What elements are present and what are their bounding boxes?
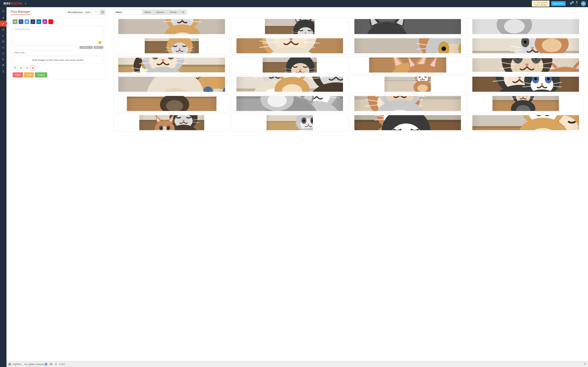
top-bar: MAVSOCIAL Trial period Ends in 14 days S… bbox=[0, 0, 588, 7]
trial-period-box: Trial period Ends in 14 days bbox=[532, 0, 550, 7]
media-thumb[interactable] bbox=[232, 56, 348, 74]
media-thumb[interactable] bbox=[232, 114, 348, 131]
media-thumb[interactable] bbox=[113, 95, 230, 112]
sidebar-tags[interactable] bbox=[0, 62, 7, 68]
library-button[interactable] bbox=[25, 65, 29, 70]
post-textarea[interactable]: Enter your post... 🙂 bbox=[13, 26, 103, 45]
right-column: Media Libraries Format bbox=[113, 10, 584, 131]
search-button[interactable] bbox=[180, 10, 187, 15]
media-thumb[interactable] bbox=[113, 114, 230, 131]
sidebar-listening[interactable] bbox=[0, 44, 7, 50]
trial-subtitle: Ends in 14 days bbox=[534, 4, 548, 6]
sidebar bbox=[0, 7, 7, 142]
network-mavsocial[interactable]: M bbox=[13, 19, 17, 24]
media-thumb[interactable] bbox=[350, 114, 466, 131]
media-thumb[interactable] bbox=[113, 37, 230, 55]
svg-rect-105 bbox=[236, 38, 343, 53]
trial-title: Trial period bbox=[534, 1, 548, 4]
clear-button[interactable]: Clear bbox=[13, 72, 23, 77]
media-thumb[interactable] bbox=[232, 95, 348, 112]
media-thumb[interactable] bbox=[467, 75, 584, 93]
network-linkedin[interactable]: in bbox=[36, 19, 41, 24]
publish-button[interactable]: Publish bbox=[35, 72, 47, 77]
svg-rect-10 bbox=[26, 67, 28, 69]
media-thumb[interactable] bbox=[350, 75, 466, 93]
subscribe-button[interactable]: Subscribe bbox=[551, 1, 566, 6]
media-thumb[interactable] bbox=[350, 37, 466, 55]
svg-point-1 bbox=[2, 29, 4, 30]
svg-point-13 bbox=[182, 11, 184, 13]
media-thumb[interactable] bbox=[350, 18, 466, 35]
sidebar-team[interactable] bbox=[0, 68, 7, 74]
media-thumb[interactable] bbox=[350, 95, 466, 112]
image-dropzone[interactable]: Drop Images & GIFs here from your local … bbox=[13, 57, 103, 64]
svg-rect-153 bbox=[472, 38, 579, 53]
logo-text-mav: MAV bbox=[3, 2, 10, 5]
svg-rect-81 bbox=[145, 38, 199, 53]
svg-point-7 bbox=[44, 21, 45, 22]
media-thumb[interactable] bbox=[113, 75, 230, 93]
media-thumb[interactable] bbox=[467, 95, 584, 112]
network-facebook[interactable]: f bbox=[18, 19, 24, 24]
user-menu[interactable]: ▾ bbox=[575, 1, 578, 6]
svg-rect-485 bbox=[267, 115, 313, 130]
sidebar-compose[interactable] bbox=[0, 21, 7, 26]
sidebar-rss[interactable] bbox=[0, 56, 7, 62]
main-content: Post Manager Miscellaneous - Quic ... M … bbox=[7, 7, 588, 142]
image-button[interactable] bbox=[30, 65, 35, 70]
media-thumb[interactable] bbox=[232, 37, 348, 55]
media-thumb[interactable] bbox=[467, 37, 584, 55]
schedule-button[interactable] bbox=[13, 65, 17, 70]
post-placeholder: Enter your post... bbox=[15, 28, 32, 30]
link-input[interactable] bbox=[13, 50, 103, 55]
network-twitter[interactable] bbox=[25, 19, 29, 24]
dashboard-toggle-button[interactable] bbox=[100, 10, 105, 15]
logo-swirl-icon bbox=[24, 2, 27, 6]
media-thumb[interactable] bbox=[232, 75, 348, 93]
svg-rect-225 bbox=[369, 58, 446, 73]
filter-format[interactable]: Format bbox=[168, 10, 180, 15]
sidebar-briefcase[interactable] bbox=[0, 50, 7, 56]
composer-tool-row bbox=[13, 65, 103, 70]
sidebar-toggle[interactable] bbox=[0, 8, 7, 15]
page-title: Post Manager bbox=[11, 10, 30, 15]
media-grid bbox=[113, 18, 584, 131]
notification-badge: 0 bbox=[572, 1, 574, 3]
svg-rect-405 bbox=[236, 96, 343, 111]
filter-libraries[interactable]: Libraries bbox=[154, 10, 168, 15]
network-tumblr[interactable]: t bbox=[30, 19, 35, 24]
media-thumb[interactable] bbox=[113, 56, 230, 74]
svg-rect-249 bbox=[472, 58, 579, 72]
svg-rect-529 bbox=[472, 115, 579, 130]
help-button[interactable]: ? bbox=[581, 1, 586, 6]
svg-rect-69 bbox=[472, 19, 579, 34]
emoji-button[interactable]: 🙂 bbox=[98, 41, 102, 44]
svg-rect-129 bbox=[354, 38, 461, 53]
sidebar-target[interactable] bbox=[0, 26, 7, 33]
upload-button[interactable] bbox=[18, 65, 24, 70]
media-thumb[interactable] bbox=[467, 18, 584, 35]
network-instagram[interactable] bbox=[42, 19, 47, 24]
svg-rect-29 bbox=[118, 19, 225, 34]
account-dropdown[interactable]: Miscellaneous - Quic ... bbox=[65, 10, 98, 15]
media-thumb[interactable] bbox=[232, 18, 348, 35]
media-thumb[interactable] bbox=[467, 56, 584, 74]
media-thumb[interactable] bbox=[113, 18, 230, 35]
logo[interactable]: MAVSOCIAL bbox=[3, 2, 27, 6]
sidebar-home[interactable] bbox=[0, 15, 7, 21]
media-thumb[interactable] bbox=[350, 56, 466, 74]
media-thumb[interactable] bbox=[467, 114, 584, 131]
network-youtube[interactable] bbox=[48, 19, 53, 24]
draft-button[interactable]: Draft bbox=[24, 72, 34, 77]
sidebar-analytics[interactable] bbox=[0, 33, 7, 38]
notifications-icon[interactable]: 0 bbox=[570, 2, 573, 5]
svg-rect-281 bbox=[118, 77, 225, 92]
library-search-input[interactable] bbox=[113, 10, 142, 15]
left-column: Post Manager Miscellaneous - Quic ... M … bbox=[11, 10, 105, 131]
svg-point-2 bbox=[3, 29, 4, 30]
sidebar-inbox[interactable] bbox=[0, 38, 7, 44]
social-network-row: M f t in bbox=[13, 19, 103, 24]
svg-rect-469 bbox=[139, 115, 204, 130]
filter-media[interactable]: Media bbox=[142, 10, 154, 15]
logo-text-social: SOCIAL bbox=[10, 2, 23, 5]
